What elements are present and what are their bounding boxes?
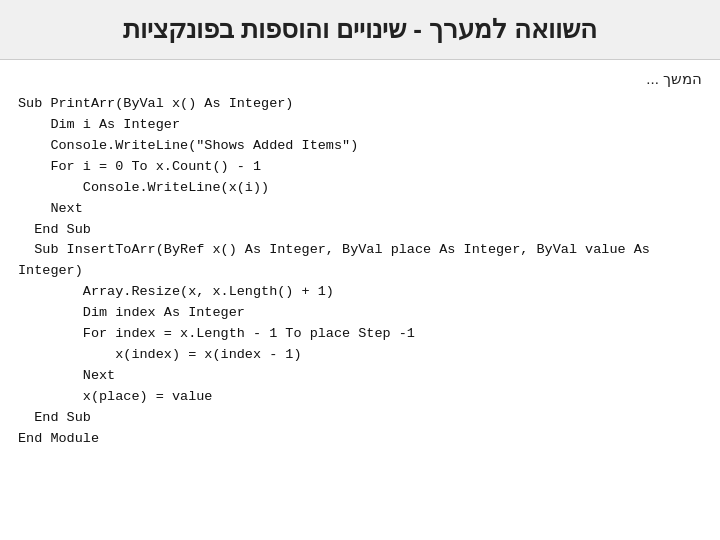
continuation-label: המשך ... <box>18 70 702 88</box>
page-title: השוואה למערך - שינויים והוספות בפונקציות <box>123 14 598 44</box>
page-container: השוואה למערך - שינויים והוספות בפונקציות… <box>0 0 720 540</box>
header: השוואה למערך - שינויים והוספות בפונקציות <box>0 0 720 60</box>
code-block: Sub PrintArr(ByVal x() As Integer) Dim i… <box>18 94 702 450</box>
content-area: המשך ... Sub PrintArr(ByVal x() As Integ… <box>0 60 720 540</box>
